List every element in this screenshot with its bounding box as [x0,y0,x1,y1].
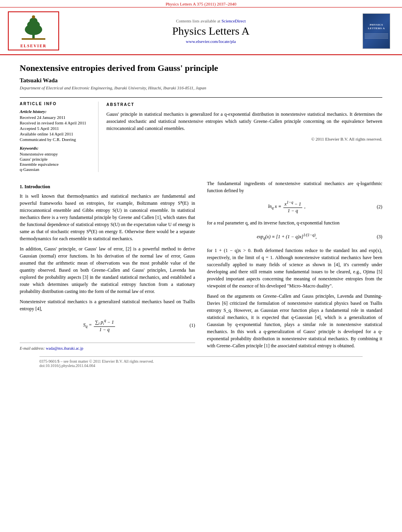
article-meta-row: ARTICLE INFO Article history: Received 2… [20,97,382,172]
journal-ref-text: Physics Letters A 375 (2011) 2037–2040 [166,2,236,6]
header-center: Contents lists available at ScienceDirec… [59,19,363,44]
svg-point-4 [30,18,37,24]
email-footnote: E-mail address: wada@mx.ibaraki.ac.jp [20,345,195,351]
keyword-1: Nonextensive entropy [20,152,93,156]
article-info-title: ARTICLE INFO [20,102,93,106]
keyword-3: Ensemble equivalence [20,162,93,167]
right-column: The fundamental ingredients of nonextens… [207,180,382,352]
equation-3-number: (3) [367,233,382,240]
keywords-label: Keywords: [20,146,93,150]
equation-2-number: (2) [367,203,382,210]
equation-2: lnq x ≡ x1−q − 1 1 − q , (2) [207,198,382,215]
section1-para2: In addition, Gauss' principle, or Gauss'… [20,245,195,295]
journal-url: www.elsevier.com/locate/pla [59,39,363,44]
article-author: Tatsuaki Wada [20,77,382,84]
footer-copyright: 0375-9601/$ – see front matter © 2011 El… [39,359,363,363]
abstract-text: Gauss' principle in statistical mechanic… [106,111,382,132]
equation-3-content: expq(x) ≡ [1 + (1 − q)x]1/(1−q), [207,232,367,241]
sciencedirect-link[interactable]: ScienceDirect [221,19,246,23]
cover-image: PHYSICS LETTERS A [363,13,390,49]
section1-para3: Nonextensive statistical mechanics is a … [20,298,195,312]
section1-heading: 1. Introduction [20,183,195,190]
page-footer: 0375-9601/$ – see front matter © 2011 El… [39,356,363,368]
article-info: ARTICLE INFO Article history: Received 2… [20,102,99,172]
section1-para1: It is well known that thermodynamics and… [20,193,195,242]
article-body: Nonextensive entropies derived from Gaus… [0,55,402,380]
footer-doi: doi:10.1016/j.physleta.2011.04.004 [39,363,363,368]
online-date: Available online 14 April 2011 [20,132,93,136]
elsevier-logo: ELSEVIER [8,11,59,50]
abstract-section: ABSTRACT Gauss' principle in statistical… [106,102,382,172]
journal-title: Physics Letters A [59,25,363,37]
journal-cover: PHYSICS LETTERS A [363,13,394,49]
svg-rect-6 [22,38,45,40]
equation-2-content: lnq x ≡ x1−q − 1 1 − q , [207,200,367,214]
footnote-area: E-mail address: wada@mx.ibaraki.ac.jp [20,343,195,351]
main-header: ELSEVIER Contents lists available at Sci… [0,7,402,55]
equation-3: expq(x) ≡ [1 + (1 − q)x]1/(1−q), (3) [207,230,382,243]
email-link[interactable]: wada@mx.ibaraki.ac.jp [46,346,83,350]
elsevier-label: ELSEVIER [10,44,57,48]
journal-reference-band: Physics Letters A 375 (2011) 2037–2040 [0,0,402,7]
abstract-title: ABSTRACT [106,102,382,108]
email-label: E-mail address: [20,346,45,350]
cover-title: PHYSICS LETTERS A [363,22,390,31]
article-title: Nonextensive entropies derived from Gaus… [20,63,382,73]
article-affiliation: Department of Electrical and Electronic … [20,85,382,90]
received-date: Received 24 January 2011 [20,115,93,120]
section1-para4: The fundamental ingredients of nonextens… [207,180,382,194]
section1-para5: for a real parameter q, and its inverse … [207,219,382,226]
communicated-by: Communicated by C.R. Doering [20,137,93,142]
sciencedirect-line: Contents lists available at ScienceDirec… [59,19,363,23]
equation-1-content: Sq = ∑i piq − 1 1 − q [20,318,179,333]
elsevier-tree-icon [14,14,53,41]
svg-point-5 [32,15,35,19]
section1-para7: Based on the arguments on Greene–Callen … [207,293,382,349]
section1-para6: for 1 + (1 − q)x > 0. Both deformed func… [207,247,382,289]
keyword-4: q-Gaussian [20,167,93,172]
accepted-date: Accepted 5 April 2011 [20,126,93,131]
left-column: 1. Introduction It is well known that th… [20,180,195,352]
history-label: Article history: [20,109,93,114]
copyright-line: © 2011 Elsevier B.V. All rights reserved… [106,136,382,143]
keyword-2: Gauss' principle [20,157,93,161]
revised-date: Received in revised form 4 April 2011 [20,120,93,125]
equation-1: Sq = ∑i piq − 1 1 − q (1) [20,316,195,335]
two-column-body: 1. Introduction It is well known that th… [20,180,382,352]
equation-1-number: (1) [179,322,195,329]
